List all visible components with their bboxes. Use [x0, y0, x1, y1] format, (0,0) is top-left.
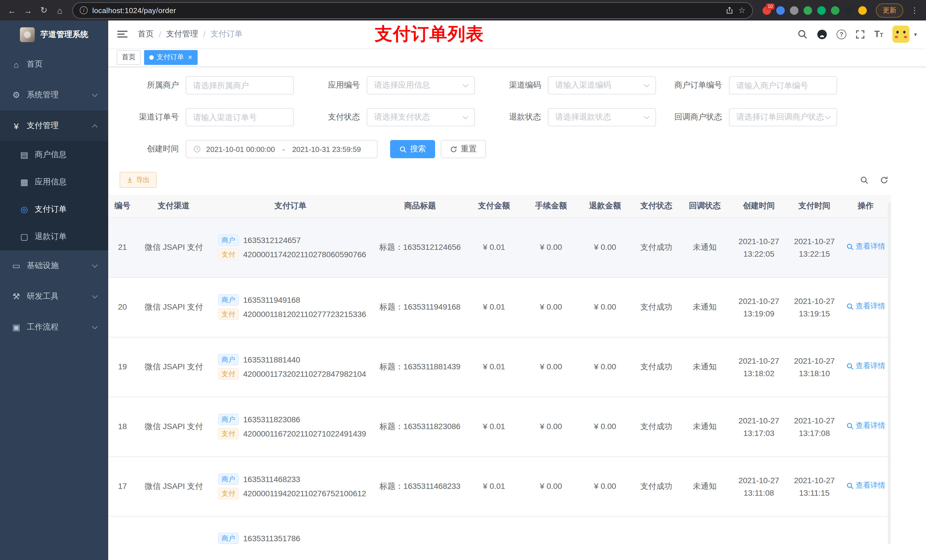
tools-icon: ⚒ [11, 291, 21, 302]
browser-chrome: ← → ↻ ⌂ i localhost:1024/pay/order ☆ 10 … [0, 0, 926, 21]
app-logo[interactable]: 芋道管理系统 [0, 21, 108, 49]
toggle-search-icon[interactable] [860, 175, 869, 184]
notify-status-select[interactable]: 请选择订单回调商户状态 [729, 108, 837, 126]
reset-button[interactable]: 重置 [441, 140, 486, 158]
table-row[interactable]: 商户 1635311351786 [108, 516, 891, 560]
sidebar-item-payment[interactable]: ¥ 支付管理 [0, 110, 108, 141]
share-icon[interactable] [726, 6, 734, 14]
extension-face-yellow-icon[interactable] [858, 6, 867, 15]
tab-home[interactable]: 首页 [117, 50, 141, 65]
close-icon[interactable]: × [187, 53, 192, 61]
field-label: 回调商户状态 [663, 112, 729, 122]
search-icon[interactable] [797, 29, 808, 39]
breadcrumb: 首页 / 支付管理 / 支付订单 [138, 29, 243, 39]
browser-reload-icon[interactable]: ↻ [36, 3, 51, 18]
extension-gray-icon[interactable] [790, 6, 799, 15]
sidebar-item-merchant-info[interactable]: ▤ 商户信息 [0, 141, 108, 169]
sidebar-item-pay-order[interactable]: ◎ 支付订单 [0, 196, 108, 223]
refresh-table-icon[interactable] [880, 175, 888, 184]
cell-paid-time: 2021-10-2713:17:08 [789, 397, 840, 456]
channel-order-no-input[interactable] [186, 108, 294, 126]
table-row[interactable]: 19 微信 JSAPI 支付 商户 1635311881440 支付 42000… [108, 337, 891, 397]
font-size-icon[interactable]: TT [874, 30, 883, 39]
site-info-icon[interactable]: i [80, 6, 88, 14]
table-row[interactable]: 18 微信 JSAPI 支付 商户 1635311823086 支付 42000… [108, 397, 891, 456]
table-row[interactable]: 21 微信 JSAPI 支付 商户 1635312124657 支付 42000… [108, 217, 891, 277]
avatar[interactable] [893, 26, 909, 43]
field-label: 应用编号 [301, 80, 367, 91]
breadcrumb-home[interactable]: 首页 [138, 29, 154, 39]
fullscreen-icon[interactable] [855, 29, 865, 39]
browser-menu-icon[interactable]: ⋮ [908, 6, 921, 15]
table-row[interactable]: 17 微信 JSAPI 支付 商户 1635311468233 支付 42000… [108, 456, 891, 516]
view-detail-link[interactable]: 查看详情 [846, 361, 885, 371]
tab-label: 首页 [122, 52, 136, 62]
bookmark-star-icon[interactable]: ☆ [738, 6, 746, 15]
view-detail-link[interactable]: 查看详情 [846, 301, 885, 312]
sidebar-item-system[interactable]: ⚙ 系统管理 [0, 80, 108, 110]
merchant-input[interactable] [186, 76, 294, 95]
pay-order-no: 4200001174202110278060590766 [243, 248, 366, 260]
sidebar-item-home[interactable]: ⌂ 首页 [0, 49, 108, 80]
chevron-down-icon [92, 262, 98, 267]
browser-back-icon[interactable]: ← [5, 3, 20, 18]
pay-status-select[interactable]: 请选择支付状态 [367, 108, 475, 126]
url-text[interactable]: localhost:1024/pay/order [92, 6, 721, 15]
view-detail-link[interactable]: 查看详情 [846, 480, 885, 491]
search-button[interactable]: 搜索 [390, 140, 435, 158]
sidebar-item-refund-order[interactable]: ▢ 退款订单 [0, 223, 108, 251]
merchant-order-no-input[interactable] [729, 76, 837, 95]
view-detail-link[interactable]: 查看详情 [846, 241, 885, 252]
sidebar-item-app-info[interactable]: ▦ 应用信息 [0, 169, 108, 196]
merchant-order-no: 1635311823086 [243, 414, 300, 426]
extension-blue-drop-icon[interactable] [776, 6, 785, 15]
sidebar-item-workflow[interactable]: ▣ 工作流程 [0, 312, 108, 343]
address-bar[interactable]: i localhost:1024/pay/order ☆ [73, 3, 752, 18]
cell-fee: ¥ 0.00 [524, 397, 578, 456]
table-row[interactable]: 20 微信 JSAPI 支付 商户 1635311949168 支付 42000… [108, 277, 891, 337]
breadcrumb-separator: / [203, 30, 206, 39]
create-time-range-picker[interactable]: 2021-10-01 00:00:00 - 2021-10-31 23:59:5… [186, 140, 378, 158]
cell-id: 21 [108, 217, 142, 277]
search-icon [846, 362, 853, 370]
extension-red-icon[interactable]: 10 [763, 6, 771, 15]
help-icon[interactable]: ? [837, 29, 846, 39]
cell-created-time: 2021-10-2713:18:02 [729, 337, 789, 397]
chevron-down-icon [644, 82, 649, 87]
merchant-order-no: 1635311468233 [243, 474, 300, 485]
breadcrumb-payment[interactable]: 支付管理 [166, 29, 198, 39]
browser-forward-icon[interactable]: → [21, 3, 35, 18]
search-form-row-1: 所属商户 应用编号 请选择应用信息 渠道编码 请输入渠道编码 商户订单编号 [120, 76, 915, 95]
extension-chat-green-icon[interactable] [831, 6, 840, 15]
chevron-down-icon [463, 82, 468, 87]
tab-pay-order[interactable]: 支付订单 × [144, 50, 197, 65]
vertical-scrollbar[interactable] [888, 202, 891, 544]
sidebar: 芋道管理系统 ⌂ 首页 ⚙ 系统管理 ¥ 支付管理 ▤ 商户信息 ▦ 应用信息 [0, 21, 108, 560]
avatar-caret-icon[interactable]: ▾ [914, 31, 917, 37]
github-icon[interactable] [817, 29, 828, 39]
cell-action: 查看详情 [840, 217, 891, 277]
extension-check-green-icon[interactable] [817, 6, 826, 15]
extension-green-icon[interactable] [803, 6, 812, 15]
channel-code-select[interactable]: 请输入渠道编码 [548, 76, 656, 95]
column-header: 手续金额 [524, 195, 578, 217]
app-title: 芋道管理系统 [41, 30, 88, 40]
browser-update-button[interactable]: 更新 [876, 3, 903, 17]
view-detail-link[interactable]: 查看详情 [846, 421, 885, 432]
app-no-select[interactable]: 请选择应用信息 [367, 76, 475, 95]
browser-home-icon[interactable]: ⌂ [52, 3, 67, 18]
cell-channel: 微信 JSAPI 支付 [142, 277, 205, 337]
download-icon [126, 177, 133, 183]
sidebar-toggle-icon[interactable] [117, 31, 127, 38]
search-icon [399, 145, 407, 153]
sidebar-item-dev-tools[interactable]: ⚒ 研发工具 [0, 281, 108, 312]
export-button[interactable]: 导出 [120, 172, 157, 188]
pay-order-no: 4200001173202110272847982104 [243, 368, 366, 380]
sidebar-item-infrastructure[interactable]: ▭ 基础设施 [0, 251, 108, 281]
column-header: 支付时间 [789, 195, 840, 217]
document-icon: ▢ [20, 232, 29, 242]
extension-dark-icon[interactable] [844, 6, 853, 15]
refund-status-select[interactable]: 请选择退款状态 [548, 108, 656, 126]
merchant-order-no: 1635311949168 [243, 294, 300, 306]
cell-created-time: 2021-10-2713:11:08 [729, 456, 789, 516]
